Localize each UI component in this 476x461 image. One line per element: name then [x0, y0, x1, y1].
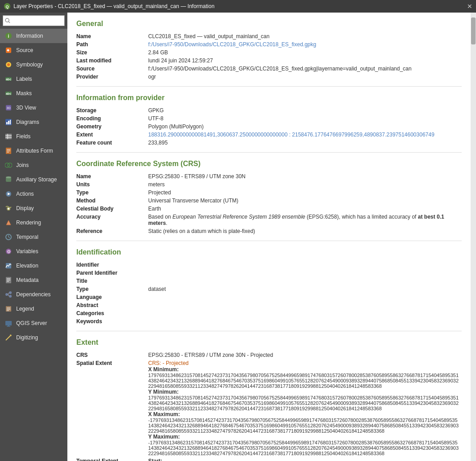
3dview-icon: 3D	[4, 104, 13, 112]
field-value-parent-id	[148, 269, 462, 277]
sidebar-label-digitizing: Digitizing	[16, 334, 38, 341]
sidebar-item-masks[interactable]: abc Masks	[0, 86, 67, 101]
sidebar-item-digitizing[interactable]: Digitizing	[0, 330, 67, 345]
scrollbar-track[interactable]	[471, 13, 476, 461]
sidebar-label-labels: Labels	[16, 76, 32, 82]
sidebar-label-diagrams: Diagrams	[16, 119, 39, 125]
general-table: Name CLC2018_ES_fixed — valid_output_mai…	[76, 32, 462, 81]
sidebar-item-variables[interactable]: ⚙ Variables	[0, 244, 67, 259]
field-value-storage: GPKG	[148, 106, 462, 114]
source-icon	[4, 46, 13, 54]
field-value-source: f:/Users/i7-950/Downloads/CLC2018_GPKG/C…	[148, 65, 462, 73]
sidebar-item-information[interactable]: i Information	[0, 29, 67, 43]
field-label-feature-count: Feature count	[76, 139, 148, 147]
sidebar-item-display[interactable]: Display	[0, 201, 67, 215]
display-icon	[4, 204, 13, 212]
information-icon: i	[4, 32, 13, 40]
field-label-crs-method: Method	[76, 197, 148, 205]
sidebar-item-metadata[interactable]: Metadata	[0, 273, 67, 287]
field-label-x-min: X Minimum:	[148, 366, 459, 373]
dependencies-icon	[4, 290, 13, 299]
joins-icon	[4, 161, 13, 169]
sidebar-label-masks: Masks	[16, 90, 32, 97]
field-value-x-min: 1797693134862315708145274237317043567980…	[148, 373, 459, 389]
field-value-y-max: -179769313486231570814527423731704356798…	[148, 440, 459, 456]
field-value-x-max: -179769313486231570814527423731704356798…	[148, 417, 459, 434]
search-box[interactable]	[3, 15, 65, 26]
field-value-extent-crs: EPSG:25830 - ETRS89 / UTM zone 30N - Pro…	[148, 351, 462, 359]
title-bar: Q Layer Properties - CLC2018_ES_fixed — …	[0, 0, 476, 13]
field-value-path[interactable]: f:/Users/i7-950/Downloads/CLC2018_GPKG/C…	[148, 41, 316, 48]
field-label-crs-celestial: Celestial Body	[76, 205, 148, 213]
sidebar-item-rendering[interactable]: Rendering	[0, 215, 67, 230]
close-button[interactable]: ✕	[467, 3, 472, 10]
search-input[interactable]	[12, 18, 62, 23]
sidebar-item-qgis-server[interactable]: QGIS Server	[0, 316, 67, 330]
table-row: Title	[76, 277, 462, 285]
sidebar-item-fields[interactable]: Fields	[0, 129, 67, 144]
field-label-y-min: Y Minimum:	[148, 389, 459, 395]
svg-point-45	[5, 293, 8, 296]
sidebar-item-attributes-form[interactable]: Attributes Form	[0, 144, 67, 158]
sidebar-item-symbology[interactable]: Symbology	[0, 57, 67, 72]
sidebar-item-diagrams[interactable]: Diagrams	[0, 115, 67, 129]
table-row: Reference Static (relies on a datum whic…	[76, 227, 462, 235]
sidebar-item-source[interactable]: Source	[0, 43, 67, 57]
sidebar-item-3dview[interactable]: 3D 3D View	[0, 101, 67, 115]
table-row: Accuracy Based on European Terrestrial R…	[76, 213, 462, 227]
field-label-keywords: Keywords	[76, 317, 148, 325]
sidebar-label-source: Source	[16, 47, 33, 53]
sidebar-item-temporal[interactable]: Temporal	[0, 230, 67, 244]
general-section-title: General	[76, 20, 462, 28]
variables-icon: ⚙	[4, 247, 13, 255]
masks-icon: abc	[4, 89, 13, 97]
table-row: Size 2.84 GB	[76, 48, 462, 57]
field-label-parent-id: Parent Identifier	[76, 269, 148, 277]
field-value-categories	[148, 309, 462, 317]
sidebar-item-labels[interactable]: abc Labels	[0, 72, 67, 86]
field-value-crs-units: meters	[148, 180, 462, 189]
qgis-server-icon	[4, 319, 13, 327]
svg-rect-18	[10, 120, 11, 124]
sidebar-item-dependencies[interactable]: Dependencies	[0, 287, 67, 302]
svg-rect-54	[5, 321, 12, 325]
app-icon: Q	[4, 3, 11, 10]
identification-section-title: Identification	[76, 248, 462, 256]
sidebar-item-auxiliary-storage[interactable]: Auxiliary Storage	[0, 172, 67, 187]
fields-icon	[4, 132, 13, 140]
field-label-crs-name: Name	[76, 172, 148, 180]
field-label-temporal-extent: Temporal Extent	[76, 457, 148, 461]
field-value-last-modified: lundi 24 juin 2024 12:59:27	[148, 57, 462, 65]
table-row: Method Universal Transverse Mercator (UT…	[76, 197, 462, 205]
svg-point-47	[9, 295, 12, 298]
sidebar-label-variables: Variables	[16, 248, 38, 255]
sidebar-item-legend[interactable]: Legend	[0, 302, 67, 316]
auxiliary-storage-icon	[4, 176, 13, 184]
table-row: Provider ogr	[76, 73, 462, 81]
sidebar-item-elevation[interactable]: Elevation	[0, 259, 67, 273]
sidebar-item-actions[interactable]: Actions	[0, 187, 67, 201]
info-from-provider-title: Information from provider	[76, 94, 462, 102]
sidebar-label-fields: Fields	[16, 133, 31, 140]
sidebar-item-joins[interactable]: Joins	[0, 158, 67, 172]
scrollbar-thumb[interactable]	[471, 18, 476, 44]
table-row: Type dataset	[76, 285, 462, 293]
table-row: Last modified lundi 24 juin 2024 12:59:2…	[76, 57, 462, 65]
table-row: Feature count 233,895	[76, 139, 462, 147]
svg-point-28	[8, 163, 12, 167]
legend-icon	[4, 305, 13, 313]
field-label-spatial-extent: Spatial Extent	[76, 359, 148, 457]
field-label-categories: Categories	[76, 309, 148, 317]
svg-line-37	[9, 237, 10, 238]
table-row: Encoding UTF-8	[76, 114, 462, 123]
field-value-crs-reference: Static (relies on a datum which is plate…	[148, 227, 462, 235]
svg-point-30	[6, 176, 11, 178]
field-label-crs-units: Units	[76, 180, 148, 189]
field-value-identifier	[148, 261, 462, 269]
field-value-feature-count: 233,895	[148, 139, 462, 147]
temporal-icon	[4, 233, 13, 241]
field-value-extent[interactable]: 188316.2900000000081491,3060637.25000000…	[148, 132, 434, 138]
field-label-extent-crs: CRS	[76, 351, 148, 359]
field-label-y-max: Y Maximum:	[148, 434, 459, 440]
field-label-size: Size	[76, 48, 148, 57]
